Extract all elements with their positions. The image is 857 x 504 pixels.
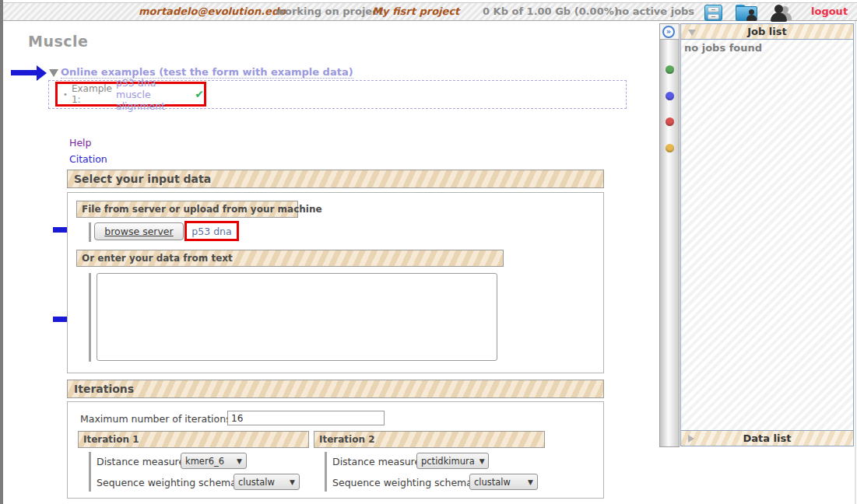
chevron-down-icon: ▼ [528, 478, 533, 486]
iteration1-distance-value: kmer6_6 [185, 456, 224, 467]
dot-red [666, 117, 674, 126]
window-right-border [855, 21, 856, 504]
iteration1-weighting-select[interactable]: clustalw ▼ [234, 474, 300, 490]
example-check-icon: ✔ [195, 88, 204, 100]
chevron-down-icon: ▼ [479, 457, 485, 465]
sequence-text-input[interactable] [97, 273, 497, 361]
iteration2-weighting-select[interactable]: clustalw ▼ [469, 474, 538, 490]
browse-server-button[interactable]: browse server [94, 222, 184, 240]
job-list-header[interactable]: Job list [681, 24, 853, 40]
field-indent-bar [89, 222, 91, 242]
storage-quota: 0 Kb of 1.00 Gb (0.00%) [483, 3, 619, 20]
iteration1-distance-label: Distance measure [97, 456, 184, 467]
iteration2-distance-value: pctidkimura [421, 456, 475, 467]
max-iterations-label: Maximum number of iterations [80, 413, 231, 425]
iteration1-distance-select[interactable]: kmer6_6 ▼ [181, 453, 247, 469]
iteration2-subheader: Iteration 2 [314, 431, 545, 448]
online-examples-toggle[interactable]: Online examples (test the form with exam… [61, 66, 353, 79]
field-indent-bar [89, 452, 91, 492]
application-window: mortadelo@evolution.edo working on proje… [0, 0, 857, 504]
data-list-title: Data list [743, 432, 792, 444]
example-bullet: • [63, 90, 68, 99]
jobs-panel: Job list no jobs found Data list [680, 23, 854, 446]
dot-yellow [666, 144, 674, 152]
user-account-icon[interactable] [771, 5, 794, 22]
file-cabinet-icon[interactable] [704, 5, 722, 21]
example-link[interactable]: p53 dna muscle alignment [116, 77, 191, 112]
page-title: Muscle [28, 33, 88, 50]
dot-green [666, 65, 674, 74]
iteration2-distance-label: Distance measure [332, 456, 420, 467]
sidebar-expand-button[interactable]: » [662, 26, 675, 38]
help-link[interactable]: Help [69, 137, 92, 149]
selected-data-label[interactable]: p53 dna [191, 226, 231, 237]
field-indent-bar [89, 273, 91, 362]
iteration2-distance-select[interactable]: pctidkimura ▼ [416, 453, 489, 469]
file-upload-subheader: File from server or upload from your mac… [76, 201, 298, 218]
status-dot-strip: » [659, 23, 680, 447]
annotation-box-example: • Example 1: p53 dna muscle alignment ✔ [55, 82, 206, 107]
iteration1-weighting-value: clustalw [238, 477, 275, 488]
iterations-section-header: Iterations [67, 380, 604, 398]
text-input-subheader: Or enter your data from text [76, 250, 504, 267]
citation-link[interactable]: Citation [69, 153, 107, 165]
max-iterations-input[interactable] [227, 411, 385, 425]
iteration1-subheader: Iteration 1 [78, 431, 309, 448]
job-list-empty-text: no jobs found [684, 42, 762, 54]
annotation-arrow-examples [11, 70, 37, 75]
sidebar-expander-cell: » [660, 24, 679, 40]
examples-collapse-icon[interactable] [49, 69, 58, 77]
iteration2-weighting-value: clustalw [474, 477, 511, 488]
job-list-title: Job list [747, 26, 786, 37]
dot-blue [666, 92, 674, 100]
iteration2-weighting-label: Sequence weighting schema [332, 477, 472, 488]
shared-folder-user-icon[interactable] [736, 6, 757, 21]
field-indent-bar [325, 452, 327, 492]
top-status-bar: mortadelo@evolution.edo working on proje… [3, 2, 857, 21]
annotation-box-selected-data: p53 dna [184, 221, 239, 241]
input-section-header: Select your input data [67, 170, 604, 188]
logged-in-user: mortadelo@evolution.edo [139, 3, 286, 20]
iteration1-weighting-label: Sequence weighting schema [97, 477, 237, 488]
chevron-down-icon: ▼ [237, 457, 242, 465]
collapse-right-icon [688, 435, 694, 443]
logout-link[interactable]: logout [811, 3, 848, 20]
working-on-label: working on project [276, 3, 383, 20]
active-jobs-status: no active jobs [615, 3, 694, 20]
window-left-border [0, 0, 3, 504]
example-prefix: Example 1: [72, 83, 112, 105]
chevron-down-icon: ▼ [290, 478, 295, 486]
data-list-header[interactable]: Data list [681, 430, 853, 446]
collapse-down-icon [688, 30, 696, 36]
current-project-name: My fisrt project [372, 3, 459, 20]
